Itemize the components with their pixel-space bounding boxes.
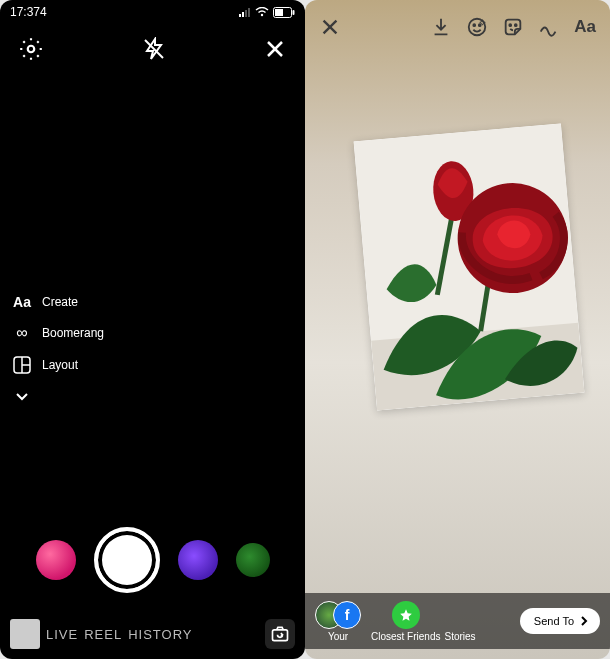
chevron-right-icon bbox=[578, 615, 590, 627]
mode-label: Layout bbox=[42, 358, 78, 372]
svg-point-22 bbox=[515, 24, 517, 26]
effects-icon[interactable] bbox=[466, 16, 488, 38]
close-icon[interactable] bbox=[263, 37, 287, 61]
svg-point-21 bbox=[510, 24, 512, 26]
share-bar: f Your Closest Friends Stories Send To bbox=[305, 593, 610, 649]
infinity-icon: ∞ bbox=[12, 324, 32, 342]
gallery-thumbnail[interactable] bbox=[10, 619, 40, 649]
tab-reel[interactable]: REEL bbox=[84, 627, 122, 642]
svg-rect-2 bbox=[245, 10, 247, 17]
draw-icon[interactable] bbox=[538, 16, 560, 38]
camera-screen: 17:374 Aa Create ∞ bbox=[0, 0, 305, 659]
tab-history[interactable]: HISTORY bbox=[128, 627, 192, 642]
placed-photo[interactable] bbox=[354, 123, 585, 410]
audience-label: Closest Friends bbox=[371, 631, 440, 642]
svg-point-8 bbox=[28, 46, 35, 53]
audience-label: Stories bbox=[444, 631, 475, 642]
audience-stories-label: Stories bbox=[444, 601, 475, 642]
chevron-down-icon bbox=[12, 388, 32, 404]
status-time: 17:374 bbox=[10, 5, 47, 19]
camera-modes-list: Aa Create ∞ Boomerang Layout bbox=[12, 280, 104, 418]
mode-boomerang[interactable]: ∞ Boomerang bbox=[12, 324, 104, 342]
facebook-icon: f bbox=[333, 601, 361, 629]
filter-thumb-3[interactable] bbox=[236, 543, 270, 577]
battery-icon bbox=[273, 7, 295, 18]
mode-label: Boomerang bbox=[42, 326, 104, 340]
svg-rect-15 bbox=[273, 630, 288, 641]
story-canvas[interactable] bbox=[305, 72, 610, 572]
download-icon[interactable] bbox=[430, 16, 452, 38]
mode-create[interactable]: Aa Create bbox=[12, 294, 104, 310]
status-bar: 17:374 bbox=[0, 0, 305, 24]
svg-point-19 bbox=[474, 24, 476, 26]
settings-icon[interactable] bbox=[18, 36, 44, 62]
star-icon bbox=[392, 601, 420, 629]
signal-icon bbox=[239, 7, 251, 17]
svg-point-20 bbox=[479, 24, 481, 26]
tab-live[interactable]: LIVE bbox=[46, 627, 78, 642]
send-to-button[interactable]: Send To bbox=[520, 608, 600, 634]
editor-top-row: Aa bbox=[305, 0, 610, 54]
audience-label: Your bbox=[328, 631, 348, 642]
camera-bottom-tabs: LIVE REEL HISTORY bbox=[0, 619, 305, 649]
svg-rect-6 bbox=[275, 9, 283, 16]
story-editor-screen: Aa bbox=[305, 0, 610, 659]
camera-top-row bbox=[0, 24, 305, 74]
audience-your-story[interactable]: f Your bbox=[315, 601, 361, 642]
filter-carousel[interactable] bbox=[0, 527, 305, 593]
layout-icon bbox=[12, 356, 32, 374]
flash-off-icon[interactable] bbox=[142, 37, 166, 61]
close-icon[interactable] bbox=[319, 16, 341, 38]
mode-expand[interactable] bbox=[12, 388, 104, 404]
sticker-icon[interactable] bbox=[502, 16, 524, 38]
svg-rect-3 bbox=[248, 8, 250, 17]
send-to-label: Send To bbox=[534, 615, 574, 627]
svg-rect-1 bbox=[242, 12, 244, 17]
filter-thumb-1[interactable] bbox=[36, 540, 76, 580]
svg-rect-7 bbox=[293, 10, 295, 15]
audience-close-friends[interactable]: Closest Friends bbox=[371, 601, 440, 642]
mode-layout[interactable]: Layout bbox=[12, 356, 104, 374]
text-aa-icon: Aa bbox=[12, 294, 32, 310]
text-aa-icon[interactable]: Aa bbox=[574, 17, 596, 37]
mode-label: Create bbox=[42, 295, 78, 309]
status-icons bbox=[239, 7, 295, 18]
wifi-icon bbox=[255, 7, 269, 17]
filter-thumb-2[interactable] bbox=[178, 540, 218, 580]
svg-rect-0 bbox=[239, 14, 241, 17]
svg-point-4 bbox=[261, 14, 263, 16]
shutter-button[interactable] bbox=[94, 527, 160, 593]
switch-camera-button[interactable] bbox=[265, 619, 295, 649]
